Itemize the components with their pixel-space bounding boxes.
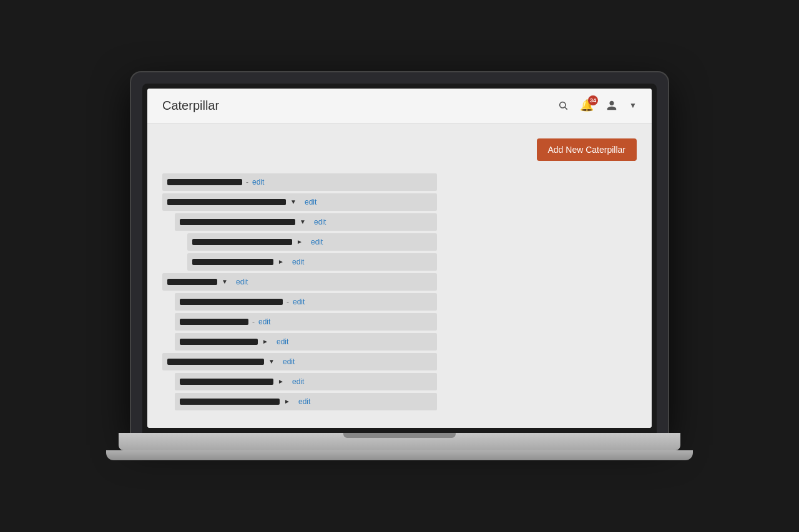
- laptop-screen: Caterpillar 🔔 34: [131, 72, 668, 433]
- item-bar: [180, 299, 283, 305]
- item-bar: [180, 319, 248, 325]
- screen-content: Caterpillar 🔔 34: [147, 89, 652, 428]
- tree-item: ►edit: [187, 233, 437, 251]
- edit-link[interactable]: edit: [311, 238, 323, 246]
- item-bar: [167, 359, 264, 365]
- item-bar: [167, 199, 286, 205]
- tree-item: -edit: [162, 173, 437, 191]
- tree-toggle[interactable]: ►: [283, 398, 291, 405]
- tree-item: -edit: [175, 313, 437, 331]
- app-header: Caterpillar 🔔 34: [147, 89, 652, 123]
- edit-link[interactable]: edit: [277, 337, 288, 346]
- tree-toggle[interactable]: ►: [277, 378, 285, 385]
- tree-container: -edit▼edit▼edit►edit►edit▼edit-edit-edit…: [162, 173, 437, 410]
- edit-link[interactable]: edit: [292, 258, 304, 266]
- tree-toggle[interactable]: ▼: [221, 278, 228, 285]
- tree-item: ▼edit: [162, 273, 437, 291]
- tree-toggle[interactable]: ►: [277, 258, 285, 265]
- tree-toggle[interactable]: ►: [296, 238, 303, 245]
- app-body: Add New Caterpillar -edit▼edit▼edit►edit…: [147, 123, 652, 428]
- action-bar: Add New Caterpillar: [162, 138, 637, 161]
- edit-link[interactable]: edit: [305, 198, 316, 206]
- item-bar: [192, 259, 273, 265]
- edit-link[interactable]: edit: [283, 357, 295, 366]
- item-bar: [180, 399, 280, 405]
- edit-link[interactable]: edit: [293, 297, 305, 306]
- tree-toggle[interactable]: ▼: [268, 358, 275, 365]
- edit-link[interactable]: edit: [252, 178, 264, 186]
- item-bar: [180, 219, 295, 225]
- svg-line-1: [565, 107, 567, 110]
- tree-item: -edit: [175, 293, 437, 311]
- item-bar: [180, 339, 258, 345]
- item-bar: [167, 179, 242, 185]
- edit-link[interactable]: edit: [258, 317, 270, 326]
- tree-item: ►edit: [175, 393, 437, 410]
- tree-item: ▼edit: [175, 213, 437, 231]
- tree-item: ►edit: [187, 253, 437, 271]
- search-button[interactable]: [557, 99, 569, 112]
- screen-bezel: Caterpillar 🔔 34: [142, 84, 657, 433]
- edit-link[interactable]: edit: [314, 218, 326, 226]
- notification-button[interactable]: 🔔 34: [579, 98, 594, 113]
- edit-link[interactable]: edit: [236, 278, 248, 286]
- tree-item: ▼edit: [162, 193, 437, 211]
- item-bar: [167, 279, 217, 285]
- laptop-bottom: [106, 450, 693, 460]
- item-separator: -: [287, 297, 289, 306]
- user-dropdown-arrow[interactable]: ▼: [629, 101, 637, 110]
- add-new-caterpillar-button[interactable]: Add New Caterpillar: [537, 138, 637, 161]
- item-separator: -: [246, 178, 248, 186]
- tree-toggle[interactable]: ►: [262, 338, 269, 345]
- user-profile-button[interactable]: [604, 98, 619, 113]
- app-title: Caterpillar: [162, 99, 219, 113]
- item-separator: -: [252, 317, 255, 326]
- edit-link[interactable]: edit: [292, 377, 304, 386]
- laptop-base: [119, 433, 680, 450]
- header-actions: 🔔 34 ▼: [557, 98, 637, 113]
- edit-link[interactable]: edit: [298, 397, 310, 406]
- svg-point-0: [560, 102, 566, 108]
- tree-toggle[interactable]: ▼: [299, 218, 306, 225]
- laptop-wrapper: Caterpillar 🔔 34: [131, 72, 668, 460]
- tree-item: ▼edit: [162, 353, 437, 370]
- item-bar: [180, 379, 273, 385]
- tree-item: ►edit: [175, 373, 437, 390]
- tree-toggle[interactable]: ▼: [290, 198, 297, 205]
- item-bar: [192, 239, 292, 245]
- notification-badge: 34: [588, 95, 598, 105]
- tree-item: ►edit: [175, 333, 437, 351]
